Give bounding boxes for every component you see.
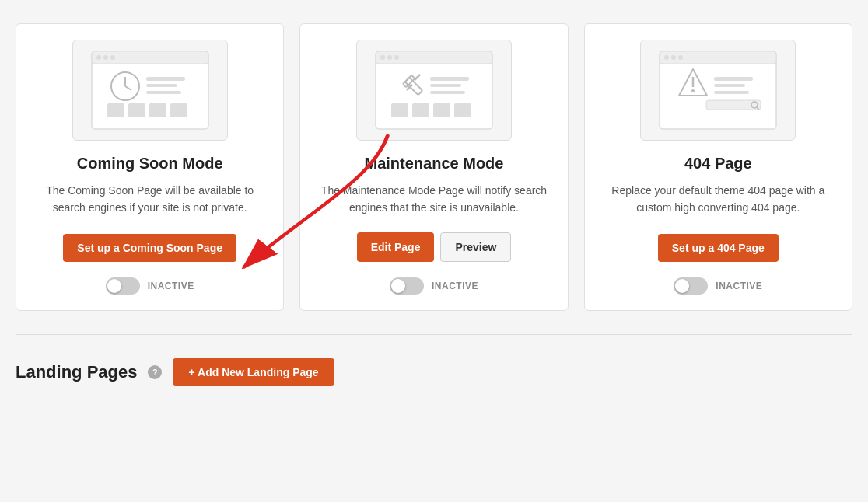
svg-rect-39	[714, 77, 753, 81]
svg-point-38	[691, 89, 695, 92]
svg-rect-11	[107, 103, 124, 117]
mode-cards: Coming Soon Mode The Coming Soon Page wi…	[16, 23, 852, 311]
404-buttons: Set up a 404 Page	[658, 234, 779, 262]
maintenance-status: INACTIVE	[432, 281, 478, 291]
coming-soon-buttons: Set up a Coming Soon Page	[63, 234, 236, 262]
svg-rect-42	[706, 100, 761, 110]
svg-point-2	[96, 55, 101, 60]
svg-rect-8	[146, 77, 185, 81]
maintenance-card: Maintenance Mode The Maintenance Mode Pa…	[299, 23, 568, 311]
svg-rect-14	[170, 103, 187, 117]
landing-section: Landing Pages ? + Add New Landing Page	[16, 358, 852, 386]
svg-rect-16	[376, 51, 492, 64]
landing-pages-title: Landing Pages	[16, 362, 137, 382]
404-description: Replace your default theme 404 page with…	[600, 182, 836, 218]
svg-rect-26	[430, 91, 465, 94]
coming-soon-title: Coming Soon Mode	[77, 155, 223, 173]
svg-point-34	[671, 55, 676, 60]
svg-point-33	[664, 55, 669, 60]
svg-rect-13	[149, 103, 166, 117]
maintenance-toggle[interactable]	[390, 277, 424, 295]
maintenance-toggle-row: INACTIVE	[390, 277, 478, 295]
404-status: INACTIVE	[716, 281, 762, 291]
svg-point-3	[103, 55, 108, 60]
maintenance-description: The Maintenance Mode Page will notify se…	[316, 182, 551, 217]
svg-rect-40	[714, 84, 745, 87]
svg-point-35	[678, 55, 683, 60]
404-illustration	[640, 40, 796, 141]
maintenance-title: Maintenance Mode	[365, 155, 504, 173]
maintenance-buttons: Edit Page Preview	[357, 232, 512, 262]
404-toggle-row: INACTIVE	[674, 277, 762, 295]
svg-rect-32	[660, 51, 776, 64]
section-divider	[16, 334, 852, 335]
maintenance-toggle-knob	[391, 279, 405, 293]
maintenance-illustration	[356, 40, 512, 141]
404-toggle[interactable]	[674, 277, 708, 295]
svg-point-4	[110, 55, 115, 60]
404-title: 404 Page	[684, 155, 752, 173]
svg-point-19	[394, 55, 399, 60]
coming-soon-illustration	[72, 40, 228, 141]
coming-soon-toggle-row: INACTIVE	[106, 277, 194, 295]
coming-soon-toggle-knob	[107, 279, 121, 293]
coming-soon-card: Coming Soon Mode The Coming Soon Page wi…	[16, 23, 284, 311]
edit-page-button[interactable]: Edit Page	[357, 232, 435, 262]
svg-rect-27	[391, 103, 408, 117]
svg-rect-1	[92, 51, 208, 64]
svg-point-18	[387, 55, 392, 60]
404-card: 404 Page Replace your default theme 404 …	[584, 23, 852, 311]
svg-rect-28	[412, 103, 429, 117]
svg-rect-9	[146, 84, 177, 87]
svg-rect-12	[128, 103, 145, 117]
svg-rect-30	[454, 103, 471, 117]
add-landing-page-button[interactable]: + Add New Landing Page	[173, 358, 334, 386]
404-toggle-knob	[675, 279, 689, 293]
coming-soon-description: The Coming Soon Page will be available t…	[32, 182, 268, 218]
svg-rect-41	[714, 91, 749, 94]
preview-button[interactable]: Preview	[440, 232, 511, 262]
svg-point-17	[380, 55, 385, 60]
coming-soon-toggle[interactable]	[106, 277, 140, 295]
setup-coming-soon-button[interactable]: Set up a Coming Soon Page	[63, 234, 236, 262]
svg-rect-10	[146, 91, 181, 94]
svg-rect-25	[430, 84, 461, 87]
svg-rect-29	[433, 103, 450, 117]
coming-soon-status: INACTIVE	[148, 281, 194, 291]
setup-404-button[interactable]: Set up a 404 Page	[658, 234, 779, 262]
svg-rect-24	[430, 77, 469, 81]
help-icon[interactable]: ?	[148, 365, 162, 379]
